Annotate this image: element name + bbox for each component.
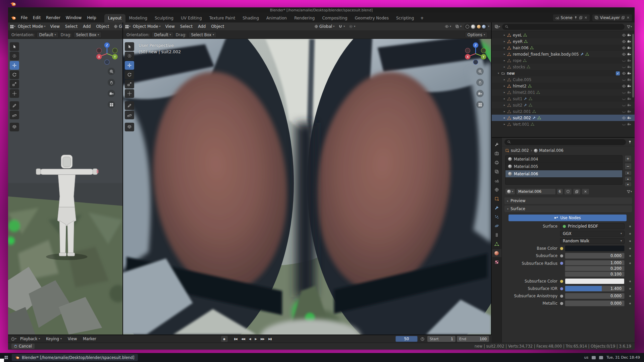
breadcrumb-material[interactable]: Material.006 (539, 148, 564, 153)
ortho-toggle-icon[interactable] (476, 101, 484, 108)
surface-shader-dropdown[interactable]: Principled BSDF (560, 223, 625, 229)
outliner-row[interactable]: ▸ hlmet2 (492, 83, 635, 89)
menu-playback[interactable]: Playback▾ (18, 336, 42, 342)
properties-search-input[interactable] (504, 139, 626, 145)
tab-texture[interactable] (492, 258, 501, 266)
tab-sculpting[interactable]: Sculpting (151, 14, 177, 22)
pan-hand-icon[interactable] (476, 79, 484, 86)
auto-keyframe-toggle[interactable]: ● (221, 336, 228, 342)
next-keyframe-button[interactable]: ▶▶ (259, 337, 266, 341)
fake-user-toggle[interactable] (564, 188, 572, 195)
use-preview-range-icon[interactable] (420, 337, 425, 341)
options-dropdown[interactable]: Options▾ (465, 32, 488, 38)
subsurface-field[interactable]: 0.000 (565, 253, 625, 259)
disable-render-toggle[interactable] (627, 90, 631, 95)
decorator-dot[interactable] (629, 303, 631, 304)
hide-eye-toggle[interactable] (622, 103, 626, 107)
orientation-dropdown-clipped[interactable]: Glob (112, 23, 122, 29)
menu-view[interactable]: View (65, 336, 79, 342)
tab-uv-editing[interactable]: UV Editing (177, 14, 206, 22)
hide-eye-toggle[interactable] (622, 33, 626, 37)
tab-physics[interactable] (492, 222, 501, 230)
expand-icon[interactable]: ▸ (502, 91, 506, 94)
viewlayer-selector[interactable]: ViewLayer (592, 14, 632, 21)
use-nodes-button[interactable]: Use Nodes (508, 215, 627, 221)
menu-view[interactable]: View (48, 23, 62, 29)
hide-eye-toggle[interactable] (622, 122, 626, 126)
cursor-tool[interactable] (125, 52, 134, 60)
material-slot-active[interactable]: Material.006 (505, 170, 622, 178)
decorator-dot[interactable] (629, 262, 631, 264)
taskbar-clock[interactable]: Tue, 31 Dec 18:49 (606, 355, 640, 360)
keyboard-layout-indicator[interactable]: us (584, 355, 589, 360)
frame-end-field[interactable]: End100 (457, 336, 489, 342)
radius-y-field[interactable]: 0.200 (565, 266, 625, 271)
rotate-tool[interactable] (10, 70, 19, 79)
shading-solid-icon[interactable] (471, 24, 476, 29)
tab-modifiers[interactable] (492, 204, 501, 212)
annotate-tool[interactable] (10, 101, 19, 110)
hide-eye-toggle[interactable] (622, 59, 626, 63)
menu-object[interactable]: Object (209, 23, 226, 29)
decorator-dot[interactable] (629, 281, 631, 282)
tab-particles[interactable] (492, 213, 501, 221)
editor-type-icon[interactable]: ▾ (10, 24, 15, 29)
menu-marker[interactable]: Marker (80, 336, 99, 342)
tab-shading[interactable]: Shading (239, 14, 263, 22)
disable-render-toggle[interactable] (627, 33, 631, 37)
measure-tool[interactable] (10, 111, 19, 119)
orientation-dropdown[interactable]: Default▾ (152, 32, 174, 38)
menu-object[interactable]: Object (94, 23, 111, 29)
subsurface-method-dropdown[interactable]: Random Walk▾ (560, 238, 625, 244)
subsurface-color-swatch[interactable] (565, 278, 625, 284)
menu-select[interactable]: Select (178, 23, 195, 29)
tab-material[interactable] (492, 249, 501, 257)
add-cube-tool[interactable] (125, 123, 134, 131)
blender-logo-icon[interactable] (11, 15, 16, 20)
hide-eye-toggle[interactable] (622, 90, 626, 95)
expand-icon[interactable]: ▸ (502, 59, 506, 62)
decorator-dot[interactable] (629, 288, 631, 290)
navigation-gizmo[interactable]: Z Y X (464, 42, 488, 66)
disable-render-toggle[interactable] (627, 97, 631, 101)
menu-view[interactable]: View (163, 23, 177, 29)
outliner-row[interactable]: ▸ Vert.001 (492, 121, 635, 127)
expand-icon[interactable]: ▸ (502, 40, 506, 43)
mode-dropdown[interactable]: Object Mode▾ (16, 23, 47, 29)
outliner-row[interactable]: ▸ Cube.005 (492, 76, 635, 83)
menu-keying[interactable]: Keying▾ (44, 336, 64, 342)
filter-icon[interactable]: ▾ (627, 25, 632, 29)
window-titlebar[interactable]: Blender* [/home/amalie/Desktop/blender/s… (8, 7, 635, 13)
menu-help[interactable]: Help (84, 14, 99, 21)
radius-x-field[interactable]: 1.000 (565, 260, 625, 265)
taskbar-window-button[interactable]: Blender* [/home/amalie/Desktop/blender/s… (12, 354, 138, 361)
outliner-row[interactable]: ▸ suit2 (492, 102, 635, 108)
hide-eye-toggle[interactable] (622, 78, 626, 82)
menu-add[interactable]: Add (80, 23, 93, 29)
outliner-row-active[interactable]: ▸ suit2.002 (492, 115, 635, 121)
expand-icon[interactable]: ▸ (502, 46, 506, 49)
tray-icon[interactable] (599, 356, 603, 359)
hide-eye-toggle[interactable] (622, 52, 626, 56)
subsurface-anisotropy-field[interactable]: 0.000 (565, 293, 625, 299)
pan-hand-icon[interactable] (108, 79, 115, 86)
surface-section-header[interactable]: ▾ Surface (504, 205, 632, 212)
disable-render-toggle[interactable] (627, 116, 631, 120)
preview-section-header[interactable]: ▸ Preview (504, 197, 632, 204)
base-color-swatch[interactable] (565, 245, 625, 251)
shading-material-icon[interactable] (477, 25, 481, 28)
scale-tool[interactable] (125, 80, 134, 88)
hide-eye-toggle[interactable] (622, 71, 626, 75)
overlays-dropdown[interactable]: ▾ (453, 24, 463, 29)
axis-z-label[interactable]: Z (106, 43, 108, 47)
close-icon[interactable] (584, 16, 588, 19)
slot-specials-button[interactable]: ▾ (625, 171, 632, 175)
menu-window[interactable]: Window (63, 14, 84, 21)
expand-icon[interactable]: ▸ (502, 65, 506, 68)
viewport-secondary-canvas[interactable]: Z Y X (8, 39, 122, 335)
menu-render[interactable]: Render (43, 14, 63, 21)
hide-eye-toggle[interactable] (622, 110, 626, 114)
move-tool[interactable] (10, 61, 19, 70)
unlink-material-button[interactable] (582, 188, 589, 195)
shading-wireframe-icon[interactable] (466, 25, 469, 28)
